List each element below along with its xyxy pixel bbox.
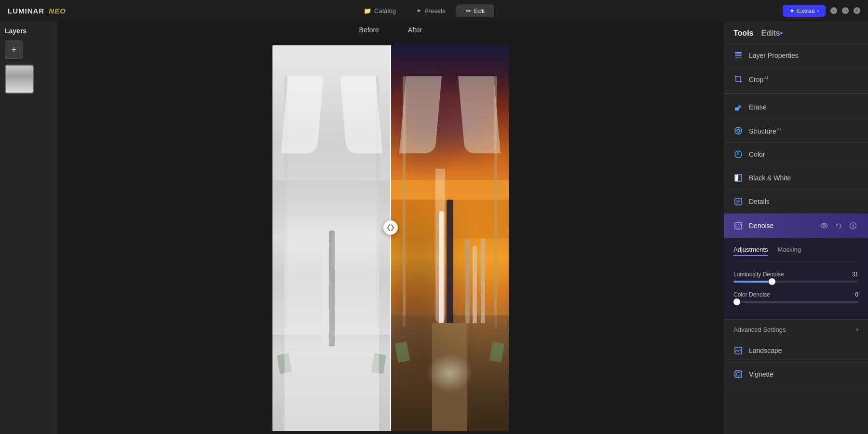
color-denoise-thumb[interactable] xyxy=(733,298,740,305)
layer-thumbnail[interactable] xyxy=(5,65,34,94)
layers-icon xyxy=(733,51,743,60)
nav-tabs: 📁 Catalog ✦ Presets ✏ Edit xyxy=(354,4,494,17)
crop-icon xyxy=(733,74,743,84)
tab-tools[interactable]: Tools xyxy=(733,29,753,38)
landscape-label: Landscape xyxy=(749,347,858,354)
denoise-tabs: Adjustments Masking xyxy=(733,246,858,261)
tool-vignette[interactable]: Vignette xyxy=(724,363,868,386)
plus-icon: + xyxy=(11,44,17,55)
tools-header: Tools Edits• xyxy=(724,21,868,44)
erase-icon xyxy=(733,102,743,112)
info-button[interactable] xyxy=(848,220,858,231)
color-denoise-label: Color Denoise xyxy=(733,291,770,298)
edits-dot: • xyxy=(780,29,783,37)
titlebar-right: ✦ Extras • — □ ✕ xyxy=(783,5,860,17)
color-denoise-track[interactable] xyxy=(733,301,858,303)
advanced-settings-row[interactable]: Advanced Settings › xyxy=(724,319,868,339)
color-denoise-row: Color Denoise 0 xyxy=(733,291,858,303)
presets-icon: ✦ xyxy=(416,7,421,14)
denoise-panel: Adjustments Masking Luminosity Denoise 3… xyxy=(724,238,868,319)
erase-label: Erase xyxy=(749,103,858,111)
luminosity-denoise-thumb[interactable] xyxy=(769,278,775,285)
app-logo: LUMINAR NEO xyxy=(8,7,66,15)
tool-black-white[interactable]: Black & White xyxy=(724,166,868,190)
vignette-label: Vignette xyxy=(749,370,858,378)
svg-point-12 xyxy=(823,225,826,227)
luminosity-denoise-fill xyxy=(733,281,772,283)
luminosity-denoise-track[interactable] xyxy=(733,281,858,283)
tool-erase[interactable]: Erase xyxy=(724,95,868,119)
add-layer-button[interactable]: + xyxy=(5,41,23,59)
titlebar: LUMINAR NEO 📁 Catalog ✦ Presets ✏ Edit ✦… xyxy=(0,0,868,21)
tool-layer-properties[interactable]: Layer Properties xyxy=(724,44,868,68)
extras-button[interactable]: ✦ Extras • xyxy=(783,5,826,17)
svg-rect-8 xyxy=(738,175,742,181)
tool-landscape[interactable]: Landscape xyxy=(724,339,868,363)
luminosity-label-row: Luminosity Denoise 31 xyxy=(733,271,858,278)
luminosity-denoise-label: Luminosity Denoise xyxy=(733,271,784,278)
app-neo: NEO xyxy=(49,7,66,15)
canvas-area: Before After xyxy=(58,21,723,434)
chevron-down-icon: › xyxy=(856,326,858,333)
tab-presets[interactable]: ✦ Presets xyxy=(407,4,455,17)
tab-catalog[interactable]: 📁 Catalog xyxy=(354,4,406,17)
layers-panel: Layers + xyxy=(0,21,58,434)
bw-icon xyxy=(733,173,743,183)
layer-thumb-image xyxy=(6,66,33,93)
layers-title: Layers xyxy=(5,27,53,35)
landscape-icon xyxy=(733,346,743,355)
tool-crop[interactable]: CropAI xyxy=(724,68,868,91)
tool-separator-1 xyxy=(724,93,868,94)
comparison-divider xyxy=(390,45,391,431)
color-label-row: Color Denoise 0 xyxy=(733,291,858,298)
svg-rect-0 xyxy=(735,52,742,54)
color-icon xyxy=(733,149,743,159)
tool-denoise[interactable]: Denoise xyxy=(724,214,868,238)
before-label: Before xyxy=(345,21,393,39)
structure-icon xyxy=(733,126,743,136)
info-icon xyxy=(849,222,857,230)
svg-rect-7 xyxy=(735,175,738,181)
adjustments-tab[interactable]: Adjustments xyxy=(733,246,768,256)
masking-tab[interactable]: Masking xyxy=(778,246,801,256)
vignette-icon xyxy=(733,369,743,379)
details-icon xyxy=(733,197,743,206)
color-label: Color xyxy=(749,150,858,158)
svg-point-5 xyxy=(737,129,740,132)
edit-icon: ✏ xyxy=(466,7,471,14)
luminosity-denoise-value: 31 xyxy=(852,271,858,278)
tool-details[interactable]: Details xyxy=(724,190,868,214)
app-name: LUMINAR xyxy=(8,7,44,15)
main-layout: Layers + Before After xyxy=(0,21,868,434)
tab-edits[interactable]: Edits• xyxy=(761,29,783,38)
svg-rect-2 xyxy=(735,57,742,58)
extras-dot: • xyxy=(817,8,819,14)
maximize-button[interactable]: □ xyxy=(842,7,849,14)
extras-star-icon: ✦ xyxy=(789,7,795,14)
tool-color[interactable]: Color xyxy=(724,143,868,166)
undo-icon xyxy=(835,222,842,230)
tool-structure[interactable]: StructureAI xyxy=(724,119,868,143)
details-label: Details xyxy=(749,198,858,205)
tab-edit[interactable]: ✏ Edit xyxy=(456,4,494,17)
catalog-icon: 📁 xyxy=(364,7,371,14)
structure-label: StructureAI xyxy=(749,127,858,135)
visibility-button[interactable] xyxy=(819,220,829,231)
eye-icon xyxy=(820,222,828,230)
denoise-icon xyxy=(733,221,743,231)
after-label: After xyxy=(393,21,437,39)
minimize-button[interactable]: — xyxy=(830,7,837,14)
denoise-actions xyxy=(819,220,858,231)
undo-button[interactable] xyxy=(833,220,844,231)
divider-handle[interactable] xyxy=(383,220,398,235)
luminosity-denoise-row: Luminosity Denoise 31 xyxy=(733,271,858,283)
svg-rect-17 xyxy=(735,371,742,378)
photo-after xyxy=(391,45,509,431)
crop-label: CropAI xyxy=(749,75,858,83)
photo-before xyxy=(272,45,391,431)
denoise-label: Denoise xyxy=(749,222,813,230)
close-button[interactable]: ✕ xyxy=(854,7,860,14)
tools-panel: Tools Edits• Layer Properties xyxy=(723,21,868,434)
advanced-settings-label: Advanced Settings xyxy=(733,326,786,333)
color-denoise-value: 0 xyxy=(855,291,858,298)
